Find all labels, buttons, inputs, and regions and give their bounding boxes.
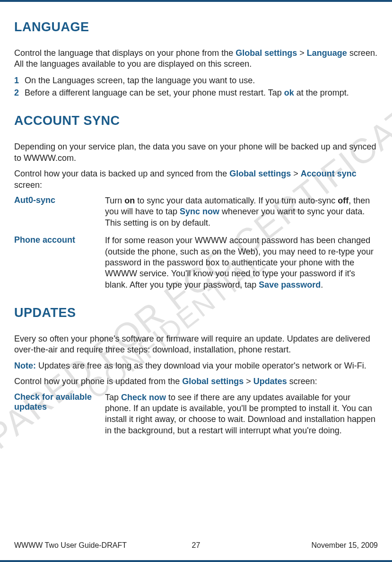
link-save-password: Save password — [259, 280, 321, 290]
term-phone-account: Phone account — [14, 235, 105, 290]
updates-note: Note: Updates are free as long as they d… — [14, 360, 378, 371]
text: Control how your data is backed up and s… — [14, 169, 229, 178]
heading-language: LANGUAGE — [14, 20, 378, 35]
text: Tap — [105, 393, 121, 402]
footer-page-number: 27 — [192, 541, 200, 550]
desc-check-updates: Tap Check now to see if there are any up… — [105, 392, 378, 437]
link-global-settings: Global settings — [182, 377, 244, 386]
account-sync-para2: Control how your data is backed up and s… — [14, 168, 378, 191]
main-content: LANGUAGE Control the language that displ… — [14, 20, 378, 436]
text: Control how your phone is updated from t… — [14, 377, 182, 386]
bold-off: off — [338, 196, 348, 205]
link-global-settings: Global settings — [235, 48, 297, 58]
footer-date: November 15, 2009 — [311, 541, 378, 550]
updates-para3: Control how your phone is updated from t… — [14, 376, 378, 387]
text: Control the language that displays on yo… — [14, 48, 235, 58]
link-updates: Updates — [253, 377, 287, 386]
definition-row-check-updates: Check for available updates Tap Check no… — [14, 392, 378, 437]
text: screen: — [287, 377, 317, 386]
term-check-updates: Check for available updates — [14, 392, 105, 437]
desc-phone-account: If for some reason your WWWW account pas… — [105, 235, 378, 290]
step-text: Before a different language can be set, … — [25, 88, 284, 97]
step-number: 2 — [14, 87, 19, 98]
note-label: Note: — [14, 361, 36, 370]
step-number: 1 — [14, 75, 19, 86]
link-sync-now: Sync now — [180, 207, 219, 216]
link-language: Language — [307, 48, 347, 58]
account-sync-para1: Depending on your service plan, the data… — [14, 141, 378, 164]
link-account-sync: Account sync — [301, 169, 357, 178]
updates-para1: Every so often your phone's software or … — [14, 334, 378, 356]
heading-account-sync: ACCOUNT SYNC — [14, 114, 378, 128]
definition-row-auto-sync: Aut0-sync Turn on to sync your data auto… — [14, 195, 378, 228]
language-steps: 1 On the Languages screen, tap the langu… — [14, 75, 378, 99]
footer-doc-title: WWWW Two User Guide-DRAFT — [14, 541, 127, 550]
list-item: 2 Before a different language can be set… — [14, 87, 378, 98]
text: to sync your data automatically. If you … — [135, 196, 338, 205]
text: screen: — [14, 180, 42, 190]
link-global-settings: Global settings — [229, 169, 291, 178]
heading-updates: UPDATES — [14, 306, 378, 320]
desc-auto-sync: Turn on to sync your data automatically.… — [105, 195, 378, 228]
list-item: 1 On the Languages screen, tap the langu… — [14, 75, 378, 86]
definition-row-phone-account: Phone account If for some reason your WW… — [14, 235, 378, 290]
bold-ok: ok — [284, 88, 294, 97]
step-text: at the prompt. — [294, 88, 349, 97]
text: > — [291, 169, 301, 178]
text: > — [297, 48, 307, 58]
note-text: Updates are free as long as they downloa… — [36, 361, 366, 370]
text: Turn — [105, 196, 124, 205]
text: > — [244, 377, 253, 386]
term-auto-sync: Aut0-sync — [14, 195, 105, 228]
step-text: On the Languages screen, tap the languag… — [25, 76, 255, 85]
bold-on: on — [124, 196, 135, 205]
language-intro: Control the language that displays on yo… — [14, 48, 378, 70]
text: . — [321, 280, 323, 290]
link-check-now: Check now — [121, 393, 166, 402]
text: If for some reason your WWWW account pas… — [105, 236, 374, 290]
page-footer: WWWW Two User Guide-DRAFT 27 November 15… — [14, 541, 378, 550]
